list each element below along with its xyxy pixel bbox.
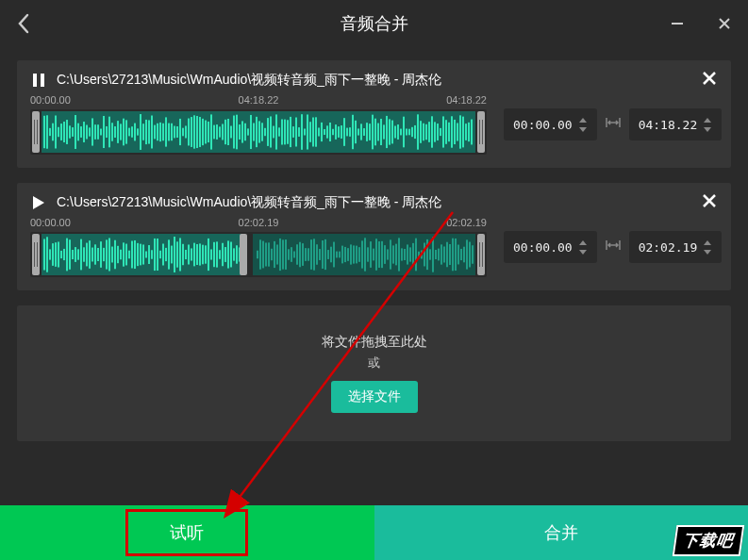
svg-rect-137	[420, 121, 422, 143]
svg-rect-45	[159, 123, 161, 141]
start-time-up[interactable]	[578, 116, 588, 124]
timeline-labels: 00:00.00 04:18.22 04:18.22	[30, 94, 487, 106]
svg-rect-206	[179, 238, 181, 271]
svg-rect-210	[191, 248, 192, 260]
close-button[interactable]	[701, 0, 748, 47]
footer-preview-area: 试听	[0, 505, 374, 560]
svg-rect-191	[137, 243, 139, 266]
range-start-handle[interactable]	[32, 234, 40, 275]
svg-rect-219	[216, 241, 218, 267]
svg-rect-172	[83, 247, 85, 261]
merge-button[interactable]: 合并	[544, 521, 578, 544]
svg-rect-127	[391, 121, 393, 144]
svg-rect-149	[454, 120, 456, 144]
select-file-button[interactable]: 选择文件	[331, 381, 418, 413]
svg-rect-17	[80, 126, 82, 138]
time-start-label: 00:00.00	[30, 217, 182, 228]
range-end-handle[interactable]	[477, 234, 485, 275]
svg-rect-248	[310, 239, 312, 270]
svg-rect-49	[171, 124, 173, 140]
svg-rect-278	[395, 244, 397, 266]
svg-rect-201	[165, 248, 167, 261]
play-icon[interactable]	[30, 194, 47, 211]
range-end-handle[interactable]	[477, 111, 485, 153]
svg-rect-42	[151, 116, 153, 149]
svg-rect-269	[370, 241, 372, 268]
svg-rect-43	[154, 125, 156, 140]
remove-track-button[interactable]	[701, 192, 718, 213]
svg-rect-83	[267, 118, 269, 146]
svg-rect-294	[440, 244, 442, 264]
end-time-down[interactable]	[703, 248, 712, 255]
svg-rect-250	[316, 244, 318, 265]
start-time-input[interactable]: 00:00.00	[504, 231, 597, 263]
svg-rect-65	[216, 124, 218, 140]
svg-rect-52	[179, 119, 181, 145]
svg-rect-107	[335, 124, 337, 140]
pause-icon[interactable]	[30, 72, 47, 89]
svg-rect-260	[344, 247, 346, 262]
svg-rect-109	[341, 125, 342, 139]
svg-rect-38	[140, 114, 141, 150]
svg-rect-162	[55, 242, 57, 267]
svg-rect-1	[33, 74, 37, 87]
end-time-input[interactable]: 02:02.19	[629, 231, 723, 263]
end-time-up[interactable]	[703, 116, 712, 124]
svg-rect-25	[103, 116, 105, 148]
split-handle[interactable]	[240, 234, 247, 275]
end-time-up[interactable]	[703, 239, 712, 246]
svg-rect-211	[193, 243, 195, 267]
minimize-button[interactable]	[654, 0, 701, 47]
svg-rect-54	[185, 125, 187, 138]
end-time-down[interactable]	[703, 125, 712, 133]
back-button[interactable]	[0, 0, 47, 47]
svg-rect-288	[424, 243, 425, 267]
svg-rect-238	[282, 239, 284, 269]
svg-rect-66	[219, 126, 221, 137]
svg-rect-205	[176, 241, 178, 267]
waveform[interactable]	[30, 232, 487, 277]
start-time-up[interactable]	[578, 239, 588, 246]
svg-rect-100	[315, 117, 317, 146]
svg-rect-170	[77, 249, 79, 259]
svg-rect-198	[157, 239, 158, 271]
svg-rect-160	[49, 249, 51, 259]
start-time-down[interactable]	[578, 248, 588, 255]
start-time-down[interactable]	[578, 125, 588, 133]
time-end-label: 04:18.22	[335, 94, 487, 106]
svg-rect-106	[332, 129, 334, 135]
svg-rect-152	[462, 117, 464, 148]
dropzone[interactable]: 将文件拖拽至此处 或 选择文件	[17, 305, 731, 441]
svg-rect-299	[455, 239, 457, 271]
remove-track-button[interactable]	[701, 70, 718, 91]
svg-rect-30	[117, 121, 119, 143]
svg-rect-128	[394, 126, 396, 139]
start-time-input[interactable]: 00:00.00	[504, 108, 597, 140]
svg-rect-217	[210, 249, 212, 259]
preview-button[interactable]: 试听	[125, 509, 248, 556]
file-path: C:\Users\27213\Music\WmAudio\视频转音频_雨下一整晚…	[57, 194, 718, 211]
svg-rect-82	[264, 128, 266, 136]
svg-rect-72	[236, 115, 238, 150]
end-time-input[interactable]: 04:18.22	[629, 108, 723, 140]
range-start-handle[interactable]	[32, 111, 40, 153]
waveform[interactable]	[30, 109, 487, 155]
svg-rect-254	[327, 250, 329, 259]
svg-rect-80	[258, 121, 260, 142]
svg-rect-47	[165, 117, 167, 146]
svg-rect-150	[457, 123, 458, 140]
svg-rect-119	[369, 124, 371, 140]
svg-rect-245	[302, 243, 304, 266]
svg-rect-136	[417, 114, 419, 149]
svg-rect-16	[77, 124, 79, 141]
svg-rect-287	[421, 251, 423, 259]
range-between-icon	[605, 116, 622, 133]
svg-rect-2	[41, 74, 44, 87]
svg-rect-192	[140, 244, 141, 266]
svg-rect-183	[114, 240, 116, 270]
svg-rect-216	[208, 239, 209, 271]
svg-rect-39	[142, 124, 144, 140]
svg-rect-26	[106, 126, 108, 138]
svg-rect-233	[268, 242, 270, 266]
svg-rect-274	[384, 245, 386, 264]
